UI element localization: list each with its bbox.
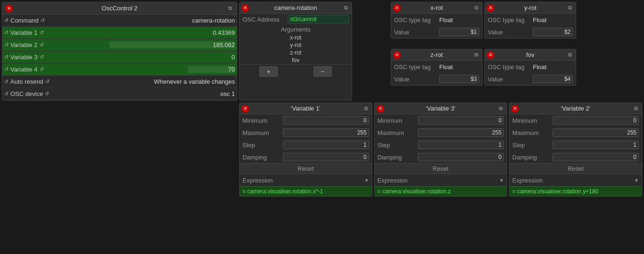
osc-control-edit-btn[interactable]: ⧉ [226,5,234,12]
oscdevice-refresh2-icon[interactable]: ↺ [45,91,49,97]
var1-damping-value[interactable]: 0 [283,153,369,161]
osc-address-value[interactable]: /d3/camrot [288,15,349,24]
z-rot-title: z-rot [401,51,473,58]
fov-panel: ✕ fov ⧉ OSC type tag Float Value $4 [484,49,576,86]
var3-expression-value[interactable]: = camera:visualiser.rotation.z [375,186,507,196]
var1-value: 0.43369 [61,29,235,36]
y-rot-r-type-value: Float [533,16,552,24]
var1-expression-row: Expression ▼ [240,174,372,186]
var2-edit-btn[interactable]: ⧉ [632,105,640,112]
var1-close-btn[interactable]: ✕ [242,105,249,112]
command-refresh2-icon[interactable]: ↺ [40,17,45,24]
var1-refresh-icon[interactable]: ↺ [4,30,8,36]
z-rot-close-btn[interactable]: ✕ [393,51,401,59]
var3-damping-value[interactable]: 0 [418,153,504,161]
var4-refresh-icon[interactable]: ↺ [4,66,8,72]
var2-reset-btn[interactable]: Reset [509,163,642,174]
add-arg-btn[interactable]: + [259,66,277,77]
y-rot-r-value-row: Value $2 [485,26,576,38]
y-rot-r-value[interactable]: $2 [533,28,573,36]
oscdevice-refresh-icon[interactable]: ↺ [4,91,8,97]
autoresend-label: Auto resend [10,78,43,85]
remove-arg-btn[interactable]: − [314,66,331,77]
var2-refresh-icon[interactable]: ↺ [4,42,8,48]
var4-refresh2-icon[interactable]: ↺ [40,66,44,72]
cam-rot-close-btn[interactable]: ✕ [242,4,249,12]
top-panels-right: ✕ x-rot ⧉ OSC type tag Float Value $1 ✕ … [391,2,576,39]
var1-panel-header: ✕ 'Variable 1' ⧉ [240,103,372,114]
var3-label: Variable 3 [10,54,38,61]
y-rot-r-type-row: OSC type tag Float [485,14,576,26]
var1-step-value[interactable]: 1 [283,141,369,149]
fov-close-btn[interactable]: ✕ [487,51,494,59]
command-refresh-icon[interactable]: ↺ [4,17,8,24]
var3-reset-btn[interactable]: Reset [375,163,507,174]
x-rot-r-value[interactable]: $1 [439,28,479,36]
var3-minimum-value[interactable]: 0 [418,116,504,125]
cam-buttons: + − [240,64,352,79]
var1-reset-btn[interactable]: Reset [240,163,372,174]
fov-edit-btn[interactable]: ⧉ [566,51,574,59]
var3-refresh-icon[interactable]: ↺ [4,54,8,60]
var2-maximum-row: Maximum 255 [509,127,642,139]
x-rot-r-header: ✕ x-rot ⧉ [391,2,482,14]
var1-minimum-value[interactable]: 0 [283,116,369,125]
var1-damping-label: Damping [242,154,280,161]
var2-expression-dropdown[interactable]: ▼ [634,178,639,183]
fov-value[interactable]: $4 [533,75,573,83]
variable1-row: ↺ Variable 1 ↺ 0.43369 [2,27,237,39]
fov-value-label: Value [488,76,530,83]
var2-step-value[interactable]: 1 [553,141,639,149]
zrot-fov-row: ✕ z-rot ⧉ OSC type tag Float Value $3 ✕ … [391,49,576,86]
var1-expression-value[interactable]: = camera:visualiser.rotation.x*-1 [240,186,372,196]
var3-refresh2-icon[interactable]: ↺ [40,54,44,60]
var1-expression-dropdown[interactable]: ▼ [364,178,369,183]
autoresend-refresh2-icon[interactable]: ↺ [45,79,49,85]
osc-control-title: OscControl 2 [13,5,226,12]
osc-control-close-btn[interactable]: ✕ [5,5,13,12]
var3-maximum-value[interactable]: 255 [418,128,504,137]
var1-edit-btn[interactable]: ⧉ [362,105,370,112]
osc-control-panel: ✕ OscControl 2 ⧉ ↺ Command ↺ camera-rota… [2,2,237,101]
var2-expression-value[interactable]: = camera:visualiser.rotation.y+180 [509,186,642,196]
autoresend-refresh-icon[interactable]: ↺ [4,79,8,85]
cam-rot-edit-btn[interactable]: ⧉ [342,4,350,12]
var4-value: 70 [61,66,235,73]
var2-label: Variable 2 [10,41,38,48]
var2-panel-title: 'Variable 2' [519,105,632,112]
var2-minimum-value[interactable]: 0 [553,116,639,125]
x-rot-r-edit-btn[interactable]: ⧉ [473,4,480,12]
arg-fov: fov [240,56,352,64]
var1-refresh2-icon[interactable]: ↺ [40,30,44,36]
var3-step-value[interactable]: 1 [418,141,504,149]
y-rot-r-edit-btn[interactable]: ⧉ [566,4,574,12]
z-rot-edit-btn[interactable]: ⧉ [473,51,480,59]
arg-xrot: x-rot [240,34,352,41]
var3-edit-btn[interactable]: ⧉ [497,105,505,112]
var3-damping-label: Damping [378,154,415,161]
var2-refresh2-icon[interactable]: ↺ [40,42,44,48]
osc-command-row: ↺ Command ↺ camera-rotation [2,15,237,27]
y-rot-r-close-btn[interactable]: ✕ [487,4,494,12]
arguments-label: Arguments [240,25,352,34]
var3-close-btn[interactable]: ✕ [377,105,384,112]
x-rot-r-type-value: Float [439,16,458,24]
arg-yrot: y-rot [240,41,352,49]
z-rot-type-label: OSC type tag [394,64,436,71]
var1-panel-title: 'Variable 1' [249,105,362,112]
z-rot-value-row: Value $3 [391,73,482,85]
var3-expression-dropdown[interactable]: ▼ [499,178,504,183]
osc-device-row: ↺ OSC device ↺ osc 1 [2,88,237,100]
x-rot-r-close-btn[interactable]: ✕ [393,4,401,12]
y-rot-r-value-label: Value [488,29,530,36]
fov-type-value: Float [533,64,552,71]
var2-close-btn[interactable]: ✕ [511,105,519,112]
var1-maximum-value[interactable]: 255 [283,128,369,137]
arg-zrot: z-rot [240,49,352,56]
z-rot-value[interactable]: $3 [439,75,479,83]
var2-maximum-value[interactable]: 255 [553,128,639,137]
var2-damping-value[interactable]: 0 [553,153,639,161]
var2-minimum-row: Minimum 0 [509,114,642,127]
z-rot-value-label: Value [394,76,436,83]
autoresend-value: Whenever a variable changes [61,78,235,85]
